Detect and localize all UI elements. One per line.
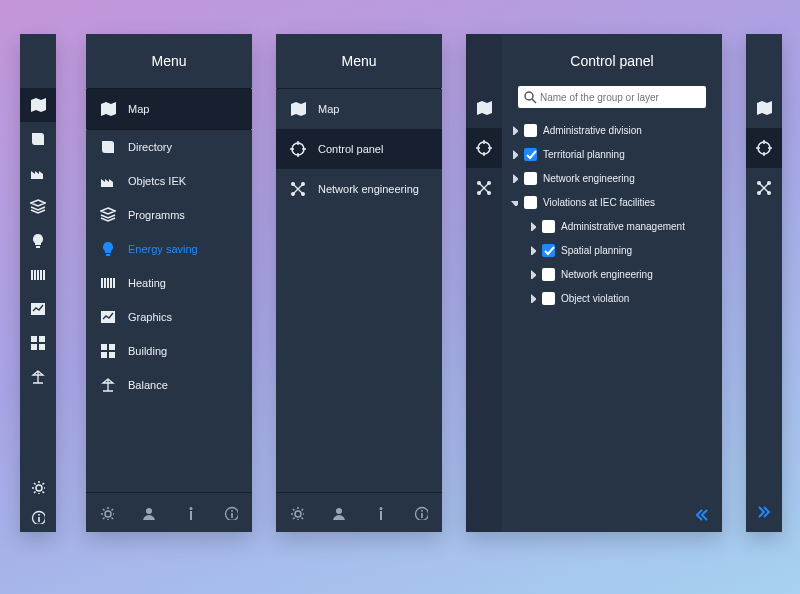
- settings-button[interactable]: [20, 472, 56, 502]
- target-icon: [290, 141, 306, 157]
- about-button[interactable]: [224, 506, 238, 520]
- sidebar-item-label: Graphics: [128, 311, 172, 323]
- caret-right-icon: [510, 150, 518, 158]
- sidebar-item-programms[interactable]: Programms: [86, 198, 252, 232]
- control-panel-title: Control panel: [502, 34, 722, 88]
- sidebar-item-network[interactable]: [746, 168, 782, 208]
- sidebar-item-programms[interactable]: [20, 190, 56, 224]
- checkbox[interactable]: [542, 292, 555, 305]
- sidebar-item-control[interactable]: [466, 128, 502, 168]
- settings-button[interactable]: [100, 506, 114, 520]
- bulb-icon: [30, 233, 46, 249]
- info-icon: [31, 510, 45, 524]
- sidebar-item-building[interactable]: Building: [86, 334, 252, 368]
- sidebar-item-balance[interactable]: [20, 360, 56, 394]
- map-icon: [290, 101, 306, 117]
- tree-node[interactable]: Violations at IEC facilities: [510, 190, 716, 214]
- sidebar-item-energy[interactable]: Energy saving: [86, 232, 252, 266]
- sidebar-item-map[interactable]: [20, 88, 56, 122]
- caret-right-icon: [510, 126, 518, 134]
- checkbox[interactable]: [542, 268, 555, 281]
- sidebar-item-building[interactable]: [20, 326, 56, 360]
- sidebar-item-graphics[interactable]: Graphics: [86, 300, 252, 334]
- sidebar-item-directory[interactable]: Directory: [86, 130, 252, 164]
- book-icon: [100, 139, 116, 155]
- gear-icon: [31, 480, 45, 494]
- tree-node[interactable]: Administrative management: [510, 214, 716, 238]
- checkbox[interactable]: [542, 220, 555, 233]
- caret-right-icon: [528, 246, 536, 254]
- user-button[interactable]: [331, 506, 345, 520]
- sidebar-item-map[interactable]: Map: [276, 89, 442, 129]
- about-button[interactable]: [414, 506, 428, 520]
- info-icon: [224, 506, 238, 520]
- collapse-panel-button[interactable]: [694, 508, 710, 522]
- sidebar-expanded-menu2: Menu Map Control panel Network engineeri…: [276, 34, 442, 532]
- tree-node[interactable]: Network engineering: [510, 166, 716, 190]
- check-icon: [525, 148, 537, 160]
- checkbox[interactable]: [524, 196, 537, 209]
- caret-right-icon: [528, 270, 536, 278]
- sidebar-item-objects[interactable]: Objetcs IEK: [86, 164, 252, 198]
- sidebar-item-balance[interactable]: Balance: [86, 368, 252, 402]
- caret-down-icon: [510, 198, 518, 206]
- sidebar-item-network[interactable]: Network engineering: [276, 169, 442, 209]
- checkbox[interactable]: [542, 244, 555, 257]
- search-box: [518, 86, 706, 108]
- sidebar-item-label: Network engineering: [318, 183, 419, 195]
- sidebar-item-graphics[interactable]: [20, 292, 56, 326]
- chevron-double-right-icon: [756, 505, 772, 519]
- sidebar-item-heating[interactable]: [20, 258, 56, 292]
- tree-node[interactable]: Network engineering: [510, 262, 716, 286]
- search-icon: [523, 90, 537, 104]
- tree-node-label: Network engineering: [543, 173, 635, 184]
- nodes-icon: [290, 181, 306, 197]
- sidebar-item-map[interactable]: [466, 88, 502, 128]
- tree-node[interactable]: Administrative division: [510, 118, 716, 142]
- target-icon: [756, 140, 772, 156]
- grid-icon: [30, 335, 46, 351]
- factory-icon: [30, 165, 46, 181]
- gear-icon: [290, 506, 304, 520]
- i-icon: [373, 506, 387, 520]
- info-button[interactable]: [373, 506, 387, 520]
- sidebar-expanded-menu1: Menu Map Directory Objetcs IEK Programms…: [86, 34, 252, 532]
- checkbox[interactable]: [524, 124, 537, 137]
- footer-toolbar: [276, 492, 442, 532]
- sidebar-item-directory[interactable]: [20, 122, 56, 156]
- check-icon: [543, 244, 555, 256]
- user-button[interactable]: [141, 506, 155, 520]
- sidebar-item-control[interactable]: [746, 128, 782, 168]
- sidebar-item-label: Balance: [128, 379, 168, 391]
- bulb-icon: [100, 241, 116, 257]
- search-input[interactable]: [518, 86, 706, 108]
- checkbox[interactable]: [524, 172, 537, 185]
- info-button[interactable]: [183, 506, 197, 520]
- tree-node[interactable]: Territorial planning: [510, 142, 716, 166]
- sidebar-item-label: Map: [318, 103, 339, 115]
- sidebar-item-heating[interactable]: Heating: [86, 266, 252, 300]
- info-button[interactable]: [20, 502, 56, 532]
- chart-icon: [100, 309, 116, 325]
- chart-icon: [30, 301, 46, 317]
- sidebar-item-objects[interactable]: [20, 156, 56, 190]
- sidebar-item-map[interactable]: Map: [86, 89, 252, 129]
- nodes-icon: [756, 180, 772, 196]
- menu-title: Menu: [86, 34, 252, 88]
- tree-node[interactable]: Spatial planning: [510, 238, 716, 262]
- expand-panel-button[interactable]: [746, 505, 782, 522]
- tree-node-label: Violations at IEC facilities: [543, 197, 655, 208]
- checkbox[interactable]: [524, 148, 537, 161]
- user-icon: [141, 506, 155, 520]
- tree-node[interactable]: Object violation: [510, 286, 716, 310]
- sidebar-item-control[interactable]: Control panel: [276, 129, 442, 169]
- sidebar-item-energy[interactable]: [20, 224, 56, 258]
- map-icon: [756, 100, 772, 116]
- tree-node-label: Object violation: [561, 293, 629, 304]
- layer-tree: Administrative division Territorial plan…: [502, 118, 722, 310]
- sidebar-item-network[interactable]: [466, 168, 502, 208]
- sidebar-item-label: Heating: [128, 277, 166, 289]
- sidebar-item-map[interactable]: [746, 88, 782, 128]
- tree-node-label: Administrative division: [543, 125, 642, 136]
- settings-button[interactable]: [290, 506, 304, 520]
